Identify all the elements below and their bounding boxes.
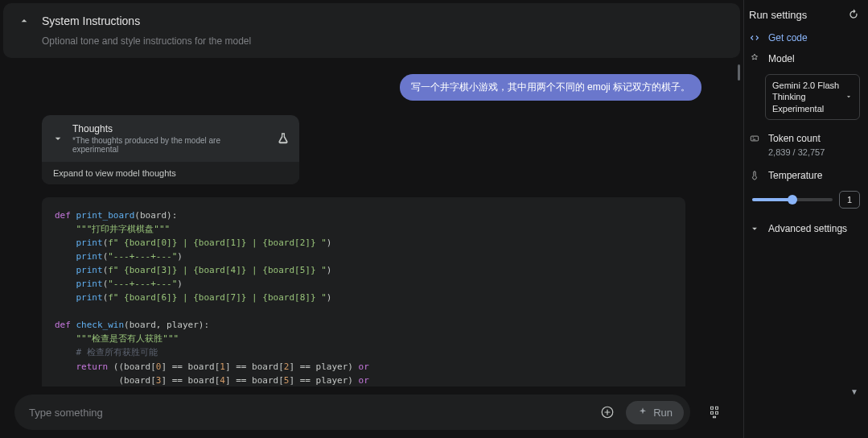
- chevron-down-icon: [749, 223, 760, 234]
- advanced-settings-toggle[interactable]: Advanced settings: [749, 223, 860, 234]
- run-button-label: Run: [653, 407, 673, 419]
- chat-scroll-area[interactable]: 写一个井字棋小游戏，其中用两个不同的 emoji 标记双方的棋子。 Though…: [3, 64, 740, 386]
- system-instructions-panel[interactable]: System Instructions Optional tone and st…: [3, 3, 740, 58]
- run-settings-title: Run settings: [749, 9, 807, 21]
- user-message-bubble: 写一个井字棋小游戏，其中用两个不同的 emoji 标记双方的棋子。: [400, 74, 701, 101]
- thoughts-panel: Thoughts *The thoughts produced by the m…: [42, 115, 299, 184]
- code-icon: [749, 32, 760, 43]
- model-select[interactable]: Gemini 2.0 Flash Thinking Experimental: [765, 74, 860, 120]
- token-icon: [749, 133, 760, 144]
- sparkle-icon: [637, 407, 648, 418]
- run-button[interactable]: Run: [626, 401, 684, 424]
- composer: Run: [14, 395, 690, 430]
- temperature-value[interactable]: 1: [839, 191, 860, 209]
- system-instructions-subtitle: Optional tone and style instructions for…: [42, 35, 726, 47]
- model-section-header: Model: [749, 53, 860, 64]
- get-code-label: Get code: [768, 32, 808, 43]
- gallery-button[interactable]: [700, 398, 729, 427]
- thoughts-title: Thoughts: [72, 123, 269, 134]
- svg-rect-1: [751, 136, 758, 141]
- slider-thumb[interactable]: [788, 195, 797, 205]
- model-value: Gemini 2.0 Flash Thinking Experimental: [772, 80, 841, 114]
- overflow-caret-icon[interactable]: ▼: [850, 387, 858, 396]
- chevron-up-icon: [18, 14, 31, 27]
- temperature-slider[interactable]: [752, 198, 833, 201]
- thoughts-note: *The thoughts produced by the model are …: [72, 136, 269, 154]
- thermometer-icon: [749, 170, 760, 181]
- token-count-value: 2,839 / 32,757: [768, 147, 860, 157]
- flask-icon: [277, 132, 290, 145]
- advanced-settings-label: Advanced settings: [768, 223, 847, 234]
- composer-input[interactable]: [29, 407, 594, 419]
- run-settings-panel: Run settings Get code Model Gemini 2.0 F…: [743, 0, 868, 438]
- temperature-label: Temperature: [768, 170, 822, 181]
- token-label: Token count: [768, 133, 821, 144]
- dropdown-caret-icon: [845, 93, 853, 101]
- refresh-icon[interactable]: [847, 8, 860, 21]
- get-code-link[interactable]: Get code: [749, 32, 860, 43]
- model-label: Model: [768, 53, 795, 64]
- temperature-header: Temperature: [749, 170, 860, 181]
- model-icon: [749, 53, 760, 64]
- scrollbar-thumb[interactable]: [738, 64, 740, 81]
- add-attachment-button[interactable]: [594, 399, 621, 426]
- system-instructions-title: System Instructions: [42, 14, 140, 27]
- token-count-header: Token count: [749, 133, 860, 144]
- chevron-down-icon[interactable]: [51, 132, 64, 145]
- thoughts-expand-button[interactable]: Expand to view model thoughts: [42, 162, 299, 184]
- code-block: def print_board(board): """打印井字棋棋盘""" pr…: [42, 197, 685, 386]
